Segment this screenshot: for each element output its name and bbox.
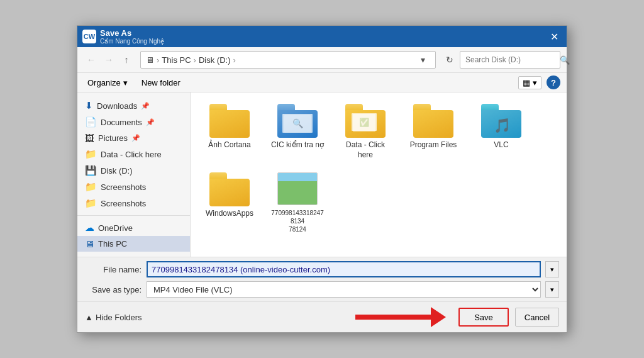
- organize-arrow: ▾: [123, 78, 128, 87]
- screenshots1-icon: 📁: [85, 181, 97, 193]
- sidebar-label-disk: Disk (D:): [101, 166, 133, 176]
- address-toolbar: ← → ↑ 🖥 › This PC › Disk (D:) › ▾ ↻ 🔍: [77, 47, 567, 73]
- sidebar-label-thispc: This PC: [98, 239, 127, 249]
- sidebar-item-onedrive[interactable]: ☁ OneDrive: [77, 220, 190, 236]
- help-button[interactable]: ?: [547, 76, 560, 89]
- view-icon: ▦: [523, 78, 530, 87]
- title-bar: CW Save As Cẩm Nang Công Nghệ ✕: [77, 26, 567, 47]
- app-logo: CW: [82, 30, 96, 43]
- save-type-label: Save as type:: [85, 285, 142, 294]
- close-button[interactable]: ✕: [547, 29, 562, 44]
- sidebar: ⬇ Downloads 📌 📄 Documents 📌 🖼 Pictures 📌…: [77, 92, 191, 257]
- folder-label-anh-cortana: Ảnh Cortana: [208, 140, 250, 150]
- address-bar[interactable]: 🖥 › This PC › Disk (D:) › ▾: [140, 51, 436, 69]
- red-arrow: [355, 307, 446, 327]
- address-part-thispc: This PC: [162, 55, 191, 65]
- sidebar-item-thispc[interactable]: 🖥 This PC: [77, 236, 190, 252]
- save-type-dropdown[interactable]: ▾: [545, 281, 559, 298]
- sidebar-item-data[interactable]: 📁 Data - Click here: [77, 146, 190, 162]
- red-arrow-area: [148, 307, 446, 327]
- sidebar-item-pictures[interactable]: 🖼 Pictures 📌: [77, 130, 190, 146]
- save-button[interactable]: Save: [458, 308, 509, 327]
- footer-bar: ▲ Hide Folders Save Cancel: [77, 301, 567, 332]
- folder-label-vlc: VLC: [494, 140, 508, 150]
- save-type-row: Save as type: MP4 Video File (VLC) ▾: [85, 281, 559, 298]
- folder-label-video: 770998143318247813478124: [270, 209, 325, 233]
- refresh-button[interactable]: ↻: [442, 52, 457, 67]
- downloads-icon: ⬇: [85, 100, 93, 111]
- new-folder-button[interactable]: New folder: [136, 76, 186, 89]
- file-area: Ảnh Cortana 🔍 CIC kiểm tra nợ: [191, 92, 567, 257]
- sidebar-label-pictures: Pictures: [98, 133, 128, 143]
- folder-label-program-files: Program Files: [410, 140, 457, 150]
- dialog-title: Save As: [100, 28, 547, 38]
- view-arrow: ▾: [533, 78, 537, 87]
- onedrive-icon: ☁: [85, 222, 94, 233]
- file-name-row: File name: ▾: [85, 261, 559, 277]
- pictures-icon: 🖼: [85, 133, 94, 143]
- sidebar-label-data: Data - Click here: [101, 150, 162, 159]
- screenshots2-icon: 📁: [85, 198, 97, 209]
- folder-label-cic: CIC kiểm tra nợ: [271, 140, 324, 150]
- sidebar-item-screenshots2[interactable]: 📁 Screenshots: [77, 195, 190, 211]
- arrow-head: [431, 307, 446, 327]
- cancel-button[interactable]: Cancel: [515, 308, 559, 327]
- sidebar-item-disk[interactable]: 💾 Disk (D:): [77, 162, 190, 179]
- folder-vlc[interactable]: 🎵 VLC: [470, 100, 533, 164]
- save-type-select[interactable]: MP4 Video File (VLC): [147, 281, 541, 298]
- sidebar-label-screenshots2: Screenshots: [101, 199, 146, 208]
- folder-label-windowsapps: WindowsApps: [206, 209, 253, 219]
- back-button[interactable]: ←: [84, 52, 99, 67]
- sidebar-item-documents[interactable]: 📄 Documents 📌: [77, 114, 190, 130]
- hide-folders-label: Hide Folders: [96, 313, 142, 322]
- sidebar-label-onedrive: OneDrive: [98, 223, 133, 233]
- sidebar-item-screenshots1[interactable]: 📁 Screenshots: [77, 179, 190, 195]
- data-icon: 📁: [85, 148, 97, 160]
- arrow-line: [355, 315, 431, 320]
- sidebar-label-downloads: Downloads: [97, 101, 137, 111]
- main-area: ⬇ Downloads 📌 📄 Documents 📌 🖼 Pictures 📌…: [77, 92, 567, 257]
- folder-video[interactable]: 770998143318247813478124: [266, 169, 329, 237]
- folder-anh-cortana[interactable]: Ảnh Cortana: [198, 100, 261, 164]
- up-button[interactable]: ↑: [119, 52, 134, 67]
- folder-program-files[interactable]: Program Files: [402, 100, 465, 164]
- organize-button[interactable]: Organize ▾: [84, 76, 131, 89]
- hide-folders-icon: ▲: [85, 313, 93, 322]
- view-button[interactable]: ▦ ▾: [518, 76, 541, 89]
- thispc-icon: 🖥: [85, 238, 94, 249]
- dialog-subtitle: Cẩm Nang Công Nghệ: [100, 38, 547, 45]
- hide-folders-button[interactable]: ▲ Hide Folders: [85, 313, 142, 322]
- file-name-label: File name:: [85, 265, 142, 274]
- search-icon: 🔍: [560, 55, 570, 65]
- organize-label: Organize: [87, 78, 121, 87]
- search-box[interactable]: 🔍: [460, 51, 560, 69]
- address-dropdown-button[interactable]: ▾: [415, 52, 430, 67]
- sidebar-item-downloads[interactable]: ⬇ Downloads 📌: [77, 98, 190, 114]
- address-part-disk: Disk (D:): [199, 55, 231, 65]
- sidebar-label-screenshots1: Screenshots: [101, 182, 146, 192]
- address-part-pc: 🖥: [146, 55, 154, 65]
- folder-data-click[interactable]: ✅ Data - Click here: [334, 100, 397, 164]
- second-toolbar: Organize ▾ New folder ▦ ▾ ?: [77, 73, 567, 92]
- sidebar-label-documents: Documents: [101, 118, 142, 127]
- search-input[interactable]: [465, 55, 560, 64]
- bottom-bar: File name: ▾ Save as type: MP4 Video Fil…: [77, 257, 567, 301]
- disk-icon: 💾: [85, 165, 97, 176]
- folder-cic[interactable]: 🔍 CIC kiểm tra nợ: [266, 100, 329, 164]
- folder-windowsapps[interactable]: WindowsApps: [198, 169, 261, 237]
- forward-button[interactable]: →: [101, 52, 116, 67]
- folder-label-data-click: Data - Click here: [338, 140, 393, 160]
- file-name-input[interactable]: [147, 261, 541, 277]
- documents-icon: 📄: [85, 116, 97, 128]
- file-name-dropdown[interactable]: ▾: [545, 261, 559, 277]
